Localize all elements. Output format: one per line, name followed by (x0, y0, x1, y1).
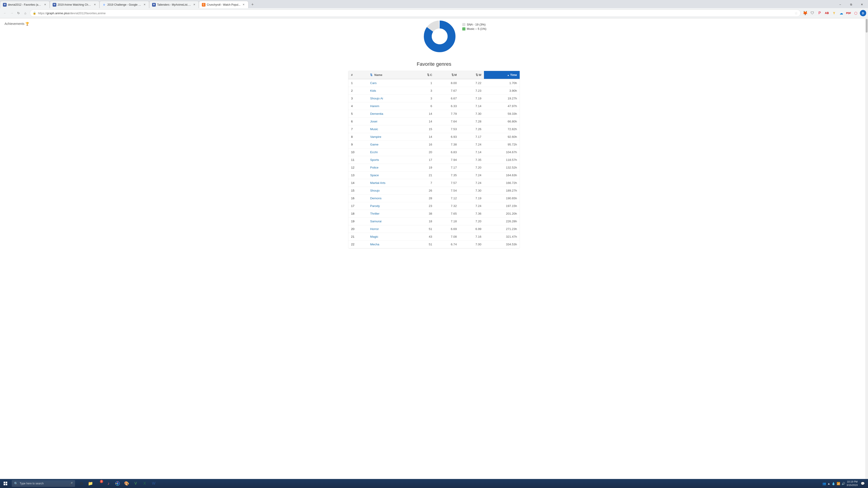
tab-3-close[interactable]: ✕ (143, 3, 146, 6)
genre-link[interactable]: Dementia (370, 112, 383, 116)
cell-time: 201.20h (484, 210, 520, 218)
cell-name: Magic (367, 233, 412, 240)
bookmark-icon[interactable]: ☆ (795, 11, 798, 15)
genre-link[interactable]: Mecha (370, 242, 379, 246)
cell-time: 164.63h (484, 171, 520, 179)
genre-link[interactable]: Josei (370, 120, 377, 123)
cell-m: 8.00 (435, 79, 460, 87)
col-name[interactable]: ⇅ Name (367, 71, 412, 79)
taskbar-app-mail[interactable]: ✉ 7 (95, 479, 104, 481)
taskbar-app-word[interactable]: W (149, 479, 158, 481)
url-bar[interactable]: 🔒 https://graph.anime.plus/devrat2012/fa… (30, 9, 801, 17)
tab-5-title: Crunchyroll - Watch Popul... (207, 3, 241, 6)
genre-link[interactable]: Shoujo (370, 189, 379, 192)
taskbar-app-excel[interactable]: X (140, 479, 149, 481)
genre-link[interactable]: Martial Arts (370, 181, 385, 185)
genre-link[interactable]: Harem (370, 104, 379, 108)
system-clock[interactable]: 10:19 PM 3/15/2019 (846, 480, 858, 481)
adblock-icon[interactable]: AB (824, 10, 830, 16)
genre-link[interactable]: Vampire (370, 135, 381, 138)
cell-rank: 16 (348, 195, 367, 202)
tab-2[interactable]: M 2019 Anime Watching Cha... ✕ (50, 1, 99, 8)
taskbar-app-vpn[interactable]: V (131, 479, 140, 481)
genre-link[interactable]: Police (370, 166, 378, 169)
genre-link[interactable]: Demons (370, 197, 381, 200)
genre-link[interactable]: Music (370, 127, 378, 131)
cell-c: 7 (412, 179, 435, 187)
col-m[interactable]: ⇅M (435, 71, 460, 79)
cell-rank: 9 (348, 141, 367, 149)
url-text: https://graph.anime.plus/devrat2012/favo… (38, 11, 793, 15)
col-w[interactable]: ⇅W (460, 71, 484, 79)
cell-time: 197.15h (484, 202, 520, 210)
col-time[interactable]: ▲ Time (484, 71, 520, 79)
extensions-icon[interactable]: 🦊 (802, 10, 808, 16)
new-tab-button[interactable]: + (249, 1, 256, 8)
tab-1-close[interactable]: ✕ (43, 3, 47, 6)
genre-link[interactable]: Space (370, 173, 379, 177)
genre-link[interactable]: Kids (370, 89, 376, 92)
genre-link[interactable]: Horror (370, 227, 379, 231)
yandex-icon[interactable]: Y (831, 10, 837, 16)
cell-time: 334.53h (484, 240, 520, 248)
table-row: 22 Mecha 51 6.74 7.00 334.53h (348, 240, 520, 248)
address-bar: ← → ↻ ⌂ 🔒 https://graph.anime.plus/devra… (0, 8, 868, 18)
start-button[interactable] (0, 479, 11, 481)
genre-link[interactable]: Ecchi (370, 151, 377, 154)
tab-1[interactable]: M devrat2012 - Favorites (ani... ✕ (0, 1, 50, 8)
cell-c: 14 (412, 133, 435, 141)
taskbar-app-taskview[interactable]: ⧉ (77, 479, 86, 481)
genre-link[interactable]: Game (370, 143, 378, 146)
cell-w: 7.35 (460, 156, 484, 164)
achievements-link[interactable]: Achievements 🏆 (4, 21, 50, 27)
reload-button[interactable]: ↻ (16, 10, 22, 16)
scrollbar-thumb[interactable] (866, 19, 868, 33)
pdf-icon[interactable]: PDF (845, 10, 852, 16)
minimize-button[interactable]: – (835, 1, 845, 8)
restore-button[interactable]: ⧉ (846, 1, 856, 8)
cell-w: 7.19 (460, 195, 484, 202)
table-row: 8 Vampire 14 6.93 7.17 92.60h (348, 133, 520, 141)
col-rank[interactable]: # (348, 71, 367, 79)
cell-w: 7.20 (460, 218, 484, 225)
pocket-icon[interactable]: ⬡ (852, 10, 859, 16)
taskbar-app-explorer[interactable]: 📁 (86, 479, 95, 481)
cell-rank: 7 (348, 125, 367, 133)
shield-icon[interactable]: 🛡 (809, 10, 815, 16)
tab-3[interactable]: D 2019 Challenge - Google D... ✕ (99, 1, 149, 8)
cell-m: 7.18 (435, 218, 460, 225)
back-button[interactable]: ← (2, 10, 8, 16)
cell-w: 7.23 (460, 87, 484, 95)
forward-button[interactable]: → (8, 10, 15, 16)
profile-button[interactable]: D (860, 10, 866, 16)
genre-link[interactable]: Sports (370, 158, 379, 162)
genre-link[interactable]: Thriller (370, 212, 379, 215)
taskbar-app-palette[interactable]: 🎨 (122, 479, 131, 481)
scrollbar[interactable] (865, 16, 868, 479)
taskbar-app-itunes[interactable]: ♪ (104, 479, 113, 481)
onedrive-icon[interactable]: ☁ (838, 10, 844, 16)
taskbar-app-chrome[interactable] (113, 479, 122, 481)
genre-link[interactable]: Shoujo Ai (370, 97, 383, 100)
cell-name: Shoujo Ai (367, 95, 412, 102)
table-row: 17 Parody 23 7.32 7.24 197.15h (348, 202, 520, 210)
genre-link[interactable]: Parody (370, 204, 380, 207)
tab-4-close[interactable]: ✕ (192, 3, 196, 6)
notification-button[interactable]: 💬 (859, 479, 866, 481)
taskbar-system: 👥 ▲ 💧 📶 🔊 10:19 PM 3/15/2019 💬 (820, 479, 868, 481)
pinterest-icon[interactable]: P (816, 10, 823, 16)
cell-c: 28 (412, 195, 435, 202)
genre-link[interactable]: Cars (370, 81, 377, 85)
tab-5-close[interactable]: ✕ (242, 3, 246, 6)
taskbar-search-box[interactable]: 🔍 Type here to search 🎤 (12, 480, 75, 481)
close-button[interactable]: ✕ (857, 1, 867, 8)
col-c[interactable]: ⇅C (412, 71, 435, 79)
tab-2-close[interactable]: ✕ (93, 3, 96, 6)
genre-link[interactable]: Samurai (370, 220, 381, 223)
genre-link[interactable]: Magic (370, 235, 378, 238)
cell-c: 17 (412, 156, 435, 164)
home-button[interactable]: ⌂ (22, 10, 29, 16)
tab-5[interactable]: C Crunchyroll - Watch Popul... ✕ (199, 1, 248, 8)
tab-4[interactable]: M Tailenders - MyAnimeList.n... ✕ (149, 1, 199, 8)
cell-rank: 22 (348, 240, 367, 248)
